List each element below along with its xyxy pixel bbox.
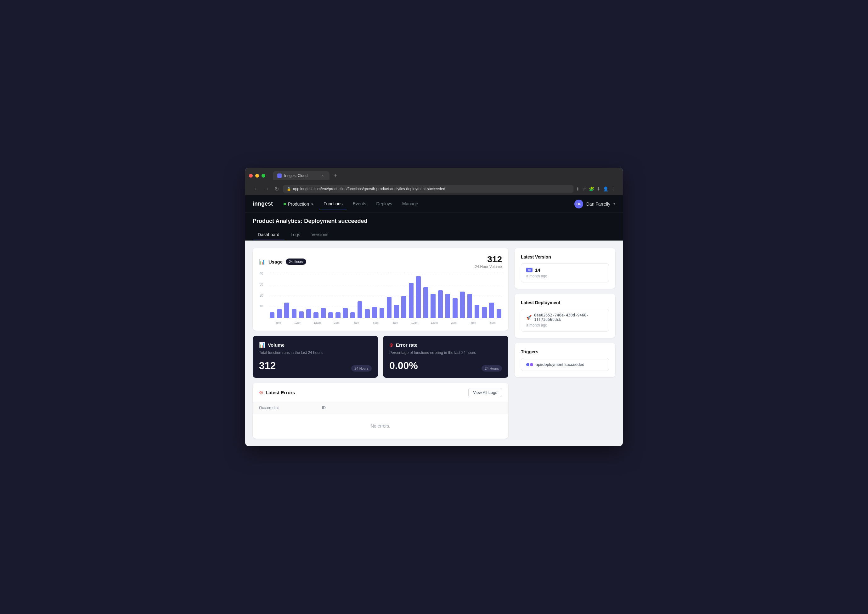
chart-bar-28	[474, 305, 479, 318]
nav-link-manage[interactable]: Manage	[398, 199, 423, 209]
chart-area: 40 30 20 10	[259, 274, 502, 324]
trigger-dot-purple	[530, 363, 533, 366]
bar-group-20	[415, 274, 422, 318]
errors-header: ⊗ Latest Errors View All Logs	[253, 383, 508, 403]
right-panel: Latest Version ⊞ 14 a month ago Latest D…	[515, 248, 615, 438]
chart-bar-8	[328, 312, 333, 318]
back-button[interactable]: ←	[253, 185, 260, 193]
time-period-badge[interactable]: 24 Hours	[286, 258, 306, 265]
error-rate-card-desc: Percentage of functions erroring in the …	[389, 350, 502, 355]
error-rate-value: 0.00%	[389, 360, 418, 372]
refresh-button[interactable]: ↻	[273, 185, 281, 193]
minimize-window-button[interactable]	[255, 174, 259, 177]
browser-chrome: Inngest Cloud × + ← → ↻ 🔒 app.inngest.co…	[245, 168, 623, 195]
chart-bar-1	[277, 309, 282, 318]
volume-card-header: 📊 Volume	[259, 342, 372, 348]
chart-bar-15	[380, 308, 384, 318]
trigger-name: api/deployment.succeeded	[536, 362, 584, 367]
lock-icon: 🔒	[287, 187, 291, 191]
x-label-3: 2am	[328, 321, 346, 324]
active-browser-tab[interactable]: Inngest Cloud ×	[273, 171, 330, 180]
grid-label-30: 30	[260, 283, 263, 286]
errors-title-label: Latest Errors	[266, 390, 295, 395]
volume-time-badge[interactable]: 24 Hours	[351, 365, 372, 372]
sub-tabs: Dashboard Logs Versions	[253, 230, 615, 240]
latest-deployment-title: Latest Deployment	[521, 300, 609, 305]
error-rate-card: ⊗ Error rate Percentage of functions err…	[383, 336, 508, 378]
chart-bar-0	[270, 312, 274, 318]
download-icon[interactable]: ⬇	[597, 187, 600, 191]
bar-group-9	[335, 274, 341, 318]
left-panel: 📊 Usage 24 Hours 312 24 Hour Volume	[253, 248, 508, 438]
stats-row: 📊 Volume Total function runs in the last…	[253, 336, 508, 378]
deploy-time: a month ago	[526, 323, 604, 328]
tab-dashboard[interactable]: Dashboard	[253, 230, 285, 240]
deploy-card: 🚀 8ae02652-746e-430d-9468-1ff73d56cdcb a…	[521, 309, 609, 331]
chart-bar-22	[431, 294, 435, 318]
bar-group-18	[401, 274, 407, 318]
nav-link-deploys[interactable]: Deploys	[372, 199, 397, 209]
page-title: Product Analytics: Deployment succeeded	[253, 218, 615, 224]
extension-icon[interactable]: 🧩	[589, 187, 594, 191]
bar-group-17	[394, 274, 399, 318]
nav-link-functions[interactable]: Functions	[319, 199, 347, 209]
errors-table: Occurred at ID No errors.	[253, 403, 508, 438]
bar-group-14	[372, 274, 378, 318]
x-label-0: 8pm	[269, 321, 287, 324]
chart-bar-17	[394, 305, 399, 318]
volume-card: 📊 Volume Total function runs in the last…	[253, 336, 378, 378]
user-chevron-icon: ▾	[614, 202, 615, 206]
error-rate-card-bottom: 0.00% 24 Hours	[389, 360, 502, 372]
chart-bar-21	[423, 287, 428, 318]
sub-header: Product Analytics: Deployment succeeded …	[245, 213, 623, 241]
bar-group-27	[467, 274, 473, 318]
layers-icon: ⊞	[528, 268, 531, 272]
new-tab-button[interactable]: +	[332, 171, 340, 180]
bar-group-6	[313, 274, 319, 318]
usage-stat-label: 24 Hour Volume	[475, 264, 502, 269]
nav-links: Functions Events Deploys Manage	[319, 199, 423, 209]
x-label-7: 10am	[406, 321, 424, 324]
nav-link-events[interactable]: Events	[349, 199, 371, 209]
chart-bar-14	[372, 307, 377, 318]
bar-group-19	[408, 274, 414, 318]
maximize-window-button[interactable]	[262, 174, 265, 177]
env-selector[interactable]: Production ⇅	[281, 200, 316, 208]
forward-button[interactable]: →	[263, 185, 270, 193]
bar-group-7	[320, 274, 326, 318]
errors-title-area: ⊗ Latest Errors	[259, 390, 295, 395]
error-rate-card-header: ⊗ Error rate	[389, 342, 502, 348]
user-area[interactable]: DF Dan Farrelly ▾	[574, 200, 615, 208]
chart-bar-3	[292, 309, 296, 318]
browser-window: Inngest Cloud × + ← → ↻ 🔒 app.inngest.co…	[245, 168, 623, 446]
chart-bar-5	[306, 309, 311, 318]
errors-table-header: Occurred at ID	[253, 403, 508, 413]
close-window-button[interactable]	[249, 174, 253, 177]
x-label-2: 12am	[308, 321, 326, 324]
tab-title-label: Inngest Cloud	[284, 174, 318, 178]
tab-versions[interactable]: Versions	[307, 230, 333, 240]
tab-close-button[interactable]: ×	[320, 173, 325, 178]
app-container: inngest Production ⇅ Functions Events De…	[245, 195, 623, 446]
address-bar[interactable]: 🔒 app.inngest.com/env/production/functio…	[283, 185, 574, 193]
version-card: ⊞ 14 a month ago	[521, 263, 609, 283]
view-all-logs-button[interactable]: View All Logs	[468, 388, 502, 397]
chart-bar-19	[409, 283, 414, 318]
volume-value: 312	[259, 360, 276, 372]
error-rate-time-badge[interactable]: 24 Hours	[482, 365, 502, 372]
bar-group-3	[291, 274, 297, 318]
x-label-11: 6pm	[484, 321, 502, 324]
user-avatar: DF	[574, 200, 583, 208]
trigger-icon	[526, 363, 533, 366]
menu-icon[interactable]: ⋮	[611, 187, 615, 191]
profile-icon[interactable]: 👤	[603, 187, 608, 191]
bar-group-24	[445, 274, 451, 318]
tab-logs[interactable]: Logs	[286, 230, 305, 240]
bar-group-25	[452, 274, 458, 318]
top-nav: inngest Production ⇅ Functions Events De…	[245, 195, 623, 213]
share-icon[interactable]: ⬆	[576, 187, 580, 191]
bookmark-icon[interactable]: ☆	[582, 187, 586, 191]
bar-group-21	[423, 274, 429, 318]
bar-group-12	[357, 274, 363, 318]
chart-bar-2	[284, 303, 289, 318]
